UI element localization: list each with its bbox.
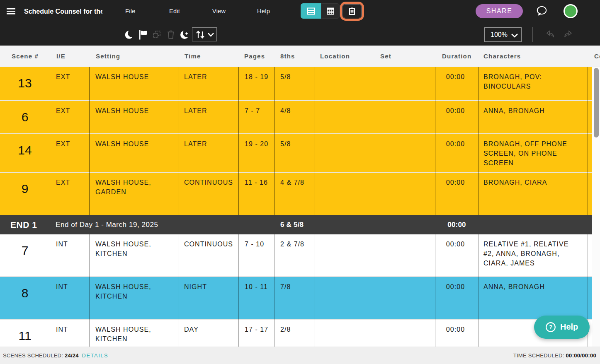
- svg-text:?: ?: [549, 324, 553, 330]
